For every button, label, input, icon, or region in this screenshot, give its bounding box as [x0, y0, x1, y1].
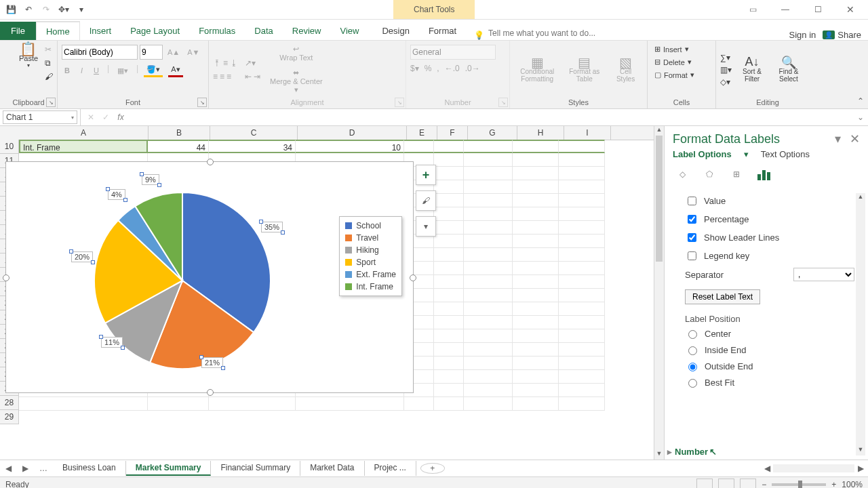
cell[interactable]: [513, 167, 559, 180]
radio[interactable]: [688, 363, 697, 371]
zoom-level[interactable]: 100%: [842, 480, 863, 488]
chart-object[interactable]: 35% 21% 11% 20% 4% 9% SchoolTravelHiking…: [5, 161, 414, 393]
fill-line-icon[interactable]: ◇: [674, 166, 690, 182]
scroll-right-icon[interactable]: ▶: [856, 464, 865, 473]
font-name-combo[interactable]: [62, 45, 138, 60]
cell[interactable]: [513, 316, 559, 329]
new-sheet-button[interactable]: +: [420, 463, 445, 474]
number-section-toggle[interactable]: ▸ Number ↖: [667, 447, 717, 457]
font-color-icon[interactable]: A▾: [168, 64, 182, 77]
insert-cells-button[interactable]: ⊞Insert▾: [652, 43, 692, 55]
cell[interactable]: [434, 397, 464, 411]
cell[interactable]: [559, 343, 605, 357]
cell[interactable]: [559, 397, 605, 411]
expand-formula-bar-icon[interactable]: ⌄: [853, 113, 868, 122]
scroll-up-icon[interactable]: ▲: [654, 126, 664, 136]
zoom-in-icon[interactable]: +: [831, 480, 836, 488]
legend-item[interactable]: Int. Frame: [345, 281, 396, 293]
legend-item[interactable]: Sport: [345, 256, 396, 268]
cell[interactable]: [513, 275, 559, 289]
column-header[interactable]: D: [298, 126, 407, 140]
format-as-table-button[interactable]: ▤Format as Table: [564, 56, 604, 84]
fill-color-icon[interactable]: 🪣▾: [144, 64, 163, 77]
resize-handle[interactable]: [207, 389, 214, 396]
radio-row[interactable]: Best Fit: [685, 374, 854, 390]
cell[interactable]: [434, 180, 464, 194]
cell[interactable]: [464, 140, 513, 153]
format-painter-icon[interactable]: 🖌: [45, 72, 53, 81]
cell[interactable]: [434, 289, 464, 302]
cell[interactable]: [513, 370, 559, 384]
sheet-tab[interactable]: Projec ...: [365, 461, 416, 476]
data-label[interactable]: 20%: [71, 251, 93, 262]
font-launcher[interactable]: ↘: [197, 98, 207, 107]
align-top-icon[interactable]: ⭱: [213, 58, 221, 68]
clipboard-launcher[interactable]: ↘: [46, 98, 56, 107]
chart-elements-button[interactable]: +: [416, 165, 436, 185]
scroll-up-icon[interactable]: ▲: [856, 193, 865, 203]
radio-row[interactable]: Outside End: [685, 358, 854, 374]
cell[interactable]: [464, 262, 513, 275]
align-middle-icon[interactable]: ≡: [223, 58, 228, 68]
scroll-down-icon[interactable]: ▼: [654, 450, 664, 460]
decrease-font-icon[interactable]: A▼: [184, 45, 202, 60]
orientation-icon[interactable]: ↗▾: [245, 58, 260, 68]
cell-styles-button[interactable]: ▧Cell Styles: [608, 56, 643, 84]
decrease-decimal-icon[interactable]: .0→: [465, 64, 480, 73]
cell[interactable]: [464, 316, 513, 329]
scroll-down-icon[interactable]: ▼: [856, 446, 865, 455]
fill-icon[interactable]: ▥▾: [720, 65, 732, 75]
data-label[interactable]: 21%: [201, 357, 223, 368]
cell[interactable]: [404, 397, 434, 411]
cell[interactable]: [513, 207, 559, 221]
sheet-tab[interactable]: Financial Summary: [211, 461, 300, 476]
cell[interactable]: [559, 153, 605, 167]
cell[interactable]: [559, 167, 605, 180]
cell[interactable]: [513, 180, 559, 194]
checkbox-row[interactable]: Legend key: [685, 247, 854, 265]
tab-view[interactable]: View: [330, 22, 368, 40]
format-cells-button[interactable]: ▢Format▾: [652, 69, 697, 81]
cell[interactable]: [513, 329, 559, 343]
qat-customize-icon[interactable]: ▾: [76, 4, 87, 15]
checkbox[interactable]: [688, 197, 696, 205]
legend-item[interactable]: School: [345, 220, 396, 232]
clear-icon[interactable]: ◇▾: [720, 77, 732, 87]
redo-icon[interactable]: ↷: [41, 4, 52, 15]
cell[interactable]: [559, 289, 605, 302]
checkbox-row[interactable]: Percentage: [685, 210, 854, 228]
cut-icon[interactable]: ✂: [45, 45, 53, 54]
share-button[interactable]: 👤 Share: [823, 30, 861, 40]
cell[interactable]: [434, 357, 464, 370]
autosum-icon[interactable]: ∑▾: [720, 53, 732, 62]
cell[interactable]: [464, 180, 513, 194]
column-header[interactable]: H: [517, 126, 564, 140]
tab-review[interactable]: Review: [283, 22, 331, 40]
cell[interactable]: [559, 302, 605, 316]
cell[interactable]: [464, 329, 513, 343]
conditional-formatting-button[interactable]: ▦Conditional Formatting: [514, 56, 560, 84]
cell[interactable]: [434, 275, 464, 289]
radio-row[interactable]: Inside End: [685, 342, 854, 358]
cell[interactable]: [464, 248, 513, 262]
cell[interactable]: [404, 140, 434, 153]
maximize-icon[interactable]: ☐: [804, 0, 831, 19]
italic-button[interactable]: I: [78, 64, 85, 77]
zoom-out-icon[interactable]: −: [762, 480, 766, 488]
cell[interactable]: [513, 153, 559, 167]
cell[interactable]: [559, 329, 605, 343]
subtab-label-options[interactable]: Label Options: [673, 149, 732, 159]
tab-formulas[interactable]: Formulas: [189, 22, 245, 40]
cell[interactable]: [513, 384, 559, 397]
checkbox[interactable]: [688, 215, 696, 224]
alignment-launcher[interactable]: ↘: [395, 98, 404, 107]
resize-handle[interactable]: [410, 274, 416, 281]
enter-formula-icon[interactable]: ✓: [101, 113, 111, 122]
save-icon[interactable]: 💾: [5, 4, 16, 15]
column-header[interactable]: I: [564, 126, 611, 140]
decrease-indent-icon[interactable]: ⇤: [245, 72, 252, 81]
cell[interactable]: [464, 153, 513, 167]
cell[interactable]: [513, 248, 559, 262]
close-pane-icon[interactable]: ✕: [850, 132, 860, 146]
tab-file[interactable]: File: [0, 22, 36, 40]
